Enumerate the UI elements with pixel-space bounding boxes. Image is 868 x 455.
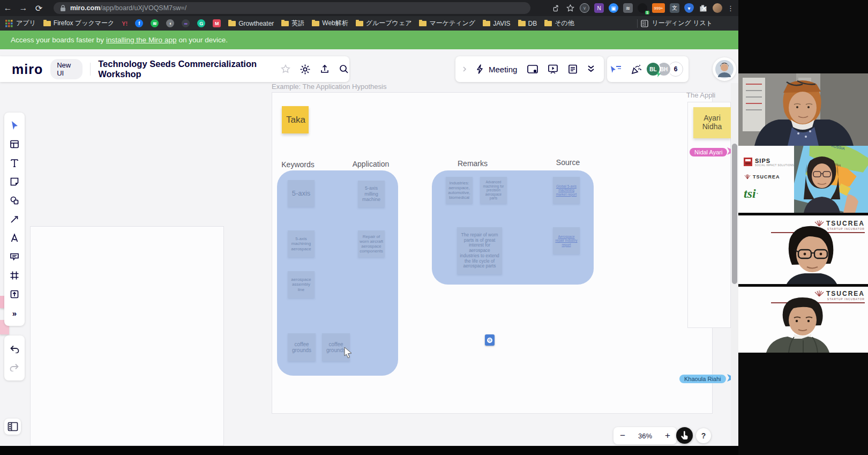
faded-sticky[interactable]: 5-axis milling machine — [358, 181, 385, 207]
more-meeting-tools-icon[interactable] — [587, 64, 595, 74]
notification-extension-icon[interactable]: 999+ — [652, 3, 665, 13]
profile-avatar-chrome[interactable] — [713, 3, 722, 13]
faded-sticky[interactable]: aerospace assembly line — [288, 271, 315, 298]
video-participant-1[interactable] — [738, 73, 868, 146]
frame-title[interactable]: Example: The Application Hypothesis — [272, 83, 386, 91]
bookmark-folder-english[interactable]: 英語 — [281, 19, 304, 28]
video-participant-2[interactable]: RUSSIA CHINA SIPS — [738, 146, 868, 213]
reading-list[interactable]: リーディング リスト — [637, 19, 713, 28]
text-tool[interactable] — [7, 155, 22, 170]
onenote-extension-icon[interactable]: N — [594, 3, 604, 13]
gray-extension-icon[interactable]: ≋ — [623, 3, 633, 13]
bookmark-folder-javis[interactable]: JAVIS — [483, 20, 510, 27]
screen-share-icon[interactable] — [527, 64, 538, 74]
banner-close-icon[interactable]: ✕ — [699, 4, 709, 14]
faded-sticky[interactable]: coffee grounds — [288, 333, 316, 361]
reload-icon[interactable]: ⟳ — [31, 3, 47, 13]
forward-icon[interactable]: → — [16, 3, 31, 13]
shapes-tool[interactable] — [7, 193, 22, 208]
duck-extension-icon[interactable]: $ — [638, 3, 647, 13]
board-title[interactable]: Technology Seeds Commercialization Works… — [98, 59, 272, 79]
reactions-party-icon[interactable] — [631, 63, 642, 75]
comment-tool[interactable] — [7, 249, 22, 264]
connector-tool[interactable] — [7, 212, 22, 227]
miro-logo[interactable]: miro — [12, 62, 43, 77]
faded-sticky[interactable]: 5-axis machining aerospace — [288, 230, 315, 257]
favorite-star-icon[interactable] — [280, 64, 291, 74]
install-app-link[interactable]: installing the Miro app — [106, 36, 176, 44]
select-tool[interactable] — [7, 118, 22, 133]
bookmark-star-icon[interactable] — [566, 4, 575, 13]
settings-gear-icon[interactable] — [300, 64, 311, 75]
active-bolt-badge — [656, 71, 661, 77]
faded-sticky-link[interactable]: Aerospace repair industry report — [553, 227, 580, 254]
connector-arrow-icon — [9, 214, 20, 225]
cursor-tracking-icon[interactable] — [609, 64, 622, 74]
bookmark-yahoo[interactable]: Y! — [122, 20, 128, 27]
profile-avatar-chip[interactable] — [713, 57, 736, 81]
apps-grid-icon[interactable] — [5, 20, 13, 27]
bookmark-apps[interactable]: アプリ — [16, 19, 36, 28]
bookmark-m[interactable]: M — [213, 19, 221, 27]
bookmark-folder-growtheater[interactable]: Growtheater — [228, 20, 274, 27]
zoom-out-button[interactable]: − — [620, 430, 625, 441]
scrollbar-thumb[interactable] — [732, 144, 737, 284]
faded-sticky-link[interactable]: Global 5-axis machining market report — [553, 177, 580, 204]
frame-tool[interactable] — [7, 268, 22, 283]
faded-sticky[interactable]: 5-axis — [288, 180, 315, 207]
export-icon[interactable] — [319, 64, 330, 74]
new-ui-badge[interactable]: New UI — [50, 59, 83, 79]
notes-icon[interactable] — [567, 64, 578, 74]
bookmark-folder-groupware[interactable]: グループウェア — [356, 19, 412, 28]
bookmark-spotify[interactable]: ≋ — [151, 19, 159, 27]
faded-sticky[interactable]: Repair of worn aircraft aerospace compon… — [358, 230, 385, 257]
back-icon[interactable]: ← — [0, 3, 16, 13]
bookmark-facebook[interactable]: f — [135, 19, 143, 27]
frames-panel-button[interactable] — [4, 419, 21, 435]
faded-sticky[interactable]: The repair of worn parts is of great int… — [457, 227, 502, 274]
upload-tool[interactable] — [7, 287, 22, 302]
left-frame[interactable] — [30, 226, 224, 446]
redo-icon[interactable] — [9, 363, 20, 371]
sticky-note-tool[interactable] — [7, 174, 22, 189]
attention-button[interactable] — [676, 427, 693, 444]
bookmark-grammarly[interactable]: G — [197, 19, 205, 27]
share-icon[interactable] — [552, 4, 561, 13]
bookmark-cloud[interactable]: ◖ — [166, 19, 174, 27]
video-participant-4[interactable]: TSUCREA STARTUP INCUBATOR — [738, 287, 868, 353]
zoom-extension-icon[interactable]: ▣ — [609, 3, 618, 13]
bookmark-infinity[interactable]: ∞ — [182, 19, 190, 27]
sticky-note-taka[interactable]: Taka — [282, 106, 309, 133]
zoom-level[interactable]: 36% — [638, 432, 652, 440]
faded-sticky[interactable]: Industries: aerospace, automotive, biome… — [446, 177, 473, 204]
browser-window: ← → ⟳ miro.com/app/board/uXjVOQSM7sw=/ ∨… — [0, 0, 738, 446]
more-tools-icon[interactable]: » — [7, 305, 22, 320]
bookmark-folder-db[interactable]: DB — [518, 20, 537, 27]
shield-extension-icon[interactable]: ▾ — [684, 3, 694, 13]
participant-2-video: RUSSIA CHINA — [794, 146, 868, 213]
collapse-chevron-icon[interactable] — [461, 65, 468, 73]
pocket-extension-icon[interactable]: ∨ — [580, 3, 589, 13]
bookmark-folder-firefox[interactable]: Firefox ブックマーク — [43, 19, 114, 28]
chrome-menu-icon[interactable]: ⋮ — [727, 4, 734, 12]
meeting-bolt-icon[interactable] — [475, 64, 485, 74]
meeting-label[interactable]: Meeting — [489, 65, 517, 74]
templates-tool[interactable] — [7, 137, 22, 152]
faded-sticky[interactable]: Advanced machining for precision aerospa… — [480, 177, 507, 204]
pen-tool[interactable] — [7, 230, 22, 245]
partial-frame-title[interactable]: The Appli — [686, 91, 715, 99]
bookmark-folder-webanalytics[interactable]: Web解析 — [312, 19, 348, 28]
address-bar[interactable]: miro.com/app/board/uXjVOQSM7sw=/ — [54, 2, 530, 14]
zoom-in-button[interactable]: + — [665, 430, 670, 441]
presentation-icon[interactable] — [547, 64, 559, 74]
help-button[interactable]: ? — [696, 428, 711, 443]
sticky-note-ayari[interactable]: Ayari Nidha — [693, 107, 731, 138]
undo-icon[interactable] — [9, 345, 20, 353]
translate-popup-icon[interactable]: G — [485, 334, 495, 346]
translate-extension-icon[interactable]: 文 — [670, 3, 679, 13]
video-participant-3[interactable]: TSUCREA STARTUP INCUBATOR — [738, 215, 868, 284]
search-icon[interactable] — [339, 64, 349, 74]
bookmark-folder-other[interactable]: その他 — [544, 19, 574, 28]
avatar-bl[interactable]: BL — [646, 62, 661, 77]
bookmark-folder-marketing[interactable]: マーケティング — [419, 19, 475, 28]
